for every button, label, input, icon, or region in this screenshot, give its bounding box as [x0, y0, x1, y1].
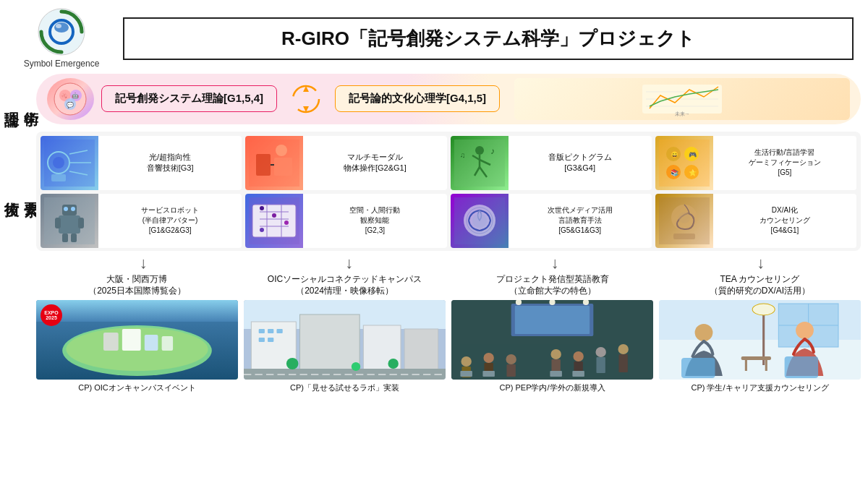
svg-point-67	[284, 221, 289, 225]
svg-point-108	[506, 354, 516, 364]
theory-section-label: 学術理論	[7, 74, 36, 128]
tech-cell-5: サービスロボット(半自律アバター)[G1&G2&G3]	[41, 194, 242, 248]
svg-point-75	[678, 212, 690, 223]
tech-grid: 光/超指向性音響技術[G3] マルチモーダル物体操作[G2&G1]	[41, 136, 856, 248]
svg-rect-135	[785, 356, 819, 378]
svg-point-51	[64, 207, 68, 211]
app-image-campus	[244, 300, 446, 380]
svg-rect-95	[268, 338, 273, 342]
logo-area: Symbol Emergence	[14, 7, 109, 70]
applications-section: 大阪・関西万博（2025日本国際博覧会）	[7, 273, 861, 394]
svg-point-114	[595, 347, 605, 357]
svg-point-116	[618, 344, 628, 354]
svg-rect-120	[550, 371, 562, 377]
svg-point-131	[752, 304, 775, 315]
arrow-1: ↓	[43, 255, 244, 271]
svg-text:🎮: 🎮	[689, 150, 697, 159]
svg-point-132	[695, 324, 713, 341]
svg-rect-91	[259, 329, 265, 333]
svg-text:🤖: 🤖	[72, 92, 79, 99]
expo-badge: EXPO2025	[41, 304, 62, 326]
svg-point-98	[286, 358, 299, 369]
tech-cell-7: 次世代メディア活用言語教育手法[G5&G1&G3]	[451, 194, 652, 248]
app-caption-expo: CP) OICオンキャンパスイベント	[78, 382, 196, 393]
tech-label-5: サービスロボット(半自律アバター)[G1&G2&G3]	[98, 202, 242, 239]
theory-left-illustration: 🧠 🤖 💬	[47, 78, 94, 120]
app-caption-pep: CP) PEP学内/学外の新規導入	[499, 382, 605, 393]
tech-img-7	[451, 194, 509, 248]
tech-img-1	[41, 136, 98, 190]
svg-rect-80	[103, 333, 119, 351]
tech-cell-6: 空間・人間行動観察知能[G2,3]	[245, 194, 446, 248]
svg-rect-92	[268, 329, 273, 333]
svg-point-68	[260, 228, 264, 232]
svg-point-65	[260, 206, 264, 210]
svg-rect-27	[256, 154, 271, 176]
tech-img-6	[245, 194, 303, 248]
svg-rect-103	[515, 306, 590, 334]
svg-point-99	[352, 362, 360, 371]
arrows-row: ↓ ↓ ↓ ↓	[7, 255, 861, 271]
app-image-tea	[659, 300, 861, 380]
svg-point-72	[472, 213, 487, 228]
svg-rect-76	[673, 234, 695, 239]
app-card-pep: プロジェクト発信型英語教育（立命館大学の特色）	[451, 273, 653, 394]
svg-text:😄: 😄	[671, 150, 679, 159]
svg-rect-138	[765, 360, 767, 371]
svg-rect-55	[78, 218, 84, 228]
tech-img-5	[41, 194, 98, 248]
app-title-pep: プロジェクト発信型英語教育（立命館大学の特色）	[496, 273, 609, 298]
tech-label-6: 空間・人間行動観察知能[G2,3]	[303, 202, 446, 239]
svg-point-100	[388, 359, 398, 369]
app-caption-tea: CP) 学生/キャリア支援カウンセリング	[691, 382, 828, 393]
tech-label-4: 生活行動/言語学習ゲーミフィケーション[G5]	[713, 145, 856, 181]
svg-point-3	[56, 24, 61, 28]
arrow-3: ↓	[455, 255, 655, 271]
svg-rect-93	[276, 329, 282, 333]
svg-rect-118	[460, 371, 472, 377]
svg-rect-121	[572, 371, 584, 377]
tech-section-label: 要素技術	[7, 132, 36, 251]
tech-img-8	[655, 194, 713, 248]
svg-point-32	[475, 146, 484, 155]
theory-circular-arrows	[284, 83, 328, 115]
svg-point-134	[796, 322, 814, 339]
tech-cell-1: 光/超指向性音響技術[G3]	[41, 136, 242, 190]
theory-right-illustration: 未来→	[514, 78, 850, 120]
svg-text:♫: ♫	[460, 151, 466, 159]
svg-text:⭐: ⭐	[689, 168, 697, 177]
svg-point-52	[71, 207, 75, 211]
app-caption-campus: CP)「見せる試せるラボ」実装	[290, 382, 399, 393]
tech-img-2	[245, 136, 303, 190]
app-image-expo: EXPO2025	[36, 300, 238, 380]
tech-cell-2: マルチモーダル物体操作[G2&G1]	[245, 136, 446, 190]
tech-label-7: 次世代メディア活用言語教育手法[G5&G1&G3]	[509, 202, 652, 239]
app-card-expo: 大阪・関西万博（2025日本国際博覧会）	[36, 273, 238, 394]
svg-rect-57	[71, 234, 77, 242]
tech-cell-3: ♪ ♫ 音版ピクトグラム[G3&G4]	[451, 136, 652, 190]
svg-text:♪: ♪	[490, 146, 495, 156]
svg-point-110	[550, 349, 561, 359]
tech-label-2: マルチモーダル物体操作[G2&G1]	[303, 149, 446, 177]
svg-rect-25	[51, 174, 66, 181]
svg-rect-28	[274, 158, 292, 176]
svg-text:未来→: 未来→	[675, 111, 690, 116]
logo-text: Symbol Emergence	[24, 59, 100, 70]
tech-grid-container: 光/超指向性音響技術[G3] マルチモーダル物体操作[G2&G1]	[36, 132, 861, 251]
svg-rect-94	[259, 338, 265, 342]
app-image-pep	[451, 300, 653, 380]
theory-right-box: 記号論的文化心理学[G4,1,5]	[335, 85, 500, 112]
svg-rect-84	[36, 300, 238, 322]
svg-rect-136	[741, 356, 771, 360]
svg-point-66	[272, 213, 276, 218]
svg-rect-40	[659, 140, 710, 187]
logo-icon	[37, 7, 86, 56]
tech-img-4: 😄 🎮 📚 ⭐	[655, 136, 713, 190]
theory-section: 学術理論 🧠 🤖 💬 記号創発システム理論[G1,5,4] 記号論的文化心理学[…	[7, 74, 861, 128]
svg-text:📚: 📚	[671, 168, 679, 177]
arrow-2: ↓	[250, 255, 450, 271]
svg-rect-133	[681, 358, 715, 378]
svg-rect-56	[62, 234, 68, 242]
arrow-4: ↓	[661, 255, 861, 271]
svg-rect-59	[252, 205, 296, 237]
